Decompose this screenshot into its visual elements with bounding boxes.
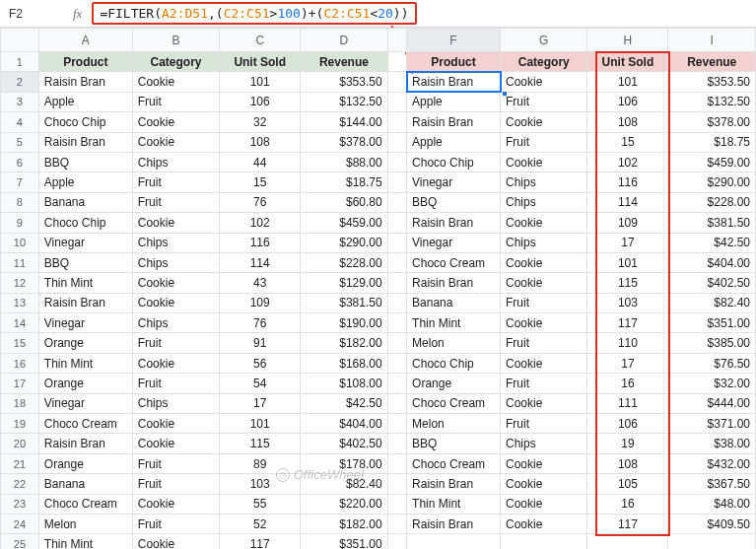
row-header-23[interactable]: 23: [1, 494, 39, 514]
row-header-14[interactable]: 14: [1, 313, 39, 333]
row-header-16[interactable]: 16: [1, 353, 39, 373]
cell[interactable]: 114: [220, 252, 301, 272]
cell[interactable]: Chips: [132, 233, 219, 252]
cell[interactable]: Raisin Bran: [407, 514, 501, 533]
cell[interactable]: 102: [220, 213, 301, 233]
cell[interactable]: Raisin Bran: [407, 213, 501, 233]
cell[interactable]: $38.00: [668, 434, 756, 453]
cell[interactable]: $378.00: [668, 112, 756, 132]
cell[interactable]: Fruit: [132, 453, 219, 473]
cell[interactable]: Fruit: [132, 92, 219, 111]
cell-gap[interactable]: [387, 213, 406, 233]
cell-gap[interactable]: [387, 293, 406, 312]
header-right-0[interactable]: Product: [407, 52, 501, 72]
header-main-2[interactable]: Unit Sold: [220, 52, 301, 72]
cell-gap[interactable]: [387, 453, 406, 473]
cell[interactable]: Thin Mint: [38, 273, 132, 293]
cell[interactable]: 110: [587, 333, 668, 353]
cell[interactable]: Fruit: [132, 192, 219, 212]
cell[interactable]: 117: [220, 534, 301, 549]
cell[interactable]: $144.00: [301, 112, 387, 132]
cell[interactable]: 106: [220, 92, 301, 111]
cell[interactable]: 16: [587, 494, 668, 514]
cell[interactable]: Choco Cream: [407, 393, 501, 413]
cell[interactable]: $459.00: [301, 213, 387, 233]
cell[interactable]: BBQ: [38, 252, 132, 272]
cell[interactable]: Choco Chip: [407, 353, 501, 373]
cell[interactable]: $402.50: [668, 273, 756, 293]
cell[interactable]: $378.00: [301, 132, 387, 152]
cell[interactable]: 91: [220, 333, 301, 353]
cell[interactable]: Cookie: [501, 152, 587, 172]
col-header-A[interactable]: A: [38, 29, 132, 52]
row-header-18[interactable]: 18: [1, 393, 39, 413]
cell[interactable]: Raisin Bran: [407, 112, 501, 132]
cell[interactable]: Cookie: [501, 252, 587, 272]
cell-gap[interactable]: [387, 534, 406, 549]
formula-input[interactable]: =FILTER(A2:D51,(C2:C51>100)+(C2:C51<20)): [92, 2, 416, 25]
cell[interactable]: Cookie: [132, 213, 219, 233]
cell[interactable]: Cookie: [501, 393, 587, 413]
cell[interactable]: Apple: [407, 92, 501, 111]
row-header-1[interactable]: 1: [1, 52, 39, 72]
cell[interactable]: $168.00: [301, 353, 387, 373]
col-header-C[interactable]: C: [220, 29, 301, 52]
cell[interactable]: BBQ: [407, 192, 501, 212]
cell[interactable]: Cookie: [132, 494, 219, 514]
cell-gap[interactable]: [387, 132, 406, 152]
cell[interactable]: $60.80: [301, 192, 387, 212]
cell[interactable]: $42.50: [301, 393, 387, 413]
cell[interactable]: 56: [220, 353, 301, 373]
cell[interactable]: Chips: [501, 434, 587, 453]
cell[interactable]: 109: [220, 293, 301, 312]
cell[interactable]: 19: [587, 434, 668, 453]
cell[interactable]: Apple: [407, 132, 501, 152]
cell[interactable]: $402.50: [301, 434, 387, 453]
cell[interactable]: 103: [587, 293, 668, 312]
cell[interactable]: Thin Mint: [407, 313, 501, 333]
cell[interactable]: Apple: [38, 92, 132, 111]
cell[interactable]: 106: [587, 92, 668, 111]
cell[interactable]: Vinegar: [38, 393, 132, 413]
cell[interactable]: $353.50: [301, 72, 387, 92]
cell[interactable]: $459.00: [668, 152, 756, 172]
cell[interactable]: 32: [220, 112, 301, 132]
row-header-8[interactable]: 8: [1, 192, 39, 212]
cell-gap[interactable]: [387, 374, 406, 393]
row-header-21[interactable]: 21: [1, 453, 39, 473]
cell[interactable]: $371.00: [668, 414, 756, 434]
cell[interactable]: Fruit: [132, 333, 219, 353]
cell[interactable]: $88.00: [301, 152, 387, 172]
cell-gap[interactable]: [387, 92, 406, 111]
row-header-9[interactable]: 9: [1, 213, 39, 233]
cell[interactable]: 115: [220, 434, 301, 453]
cell-gap[interactable]: [387, 514, 406, 533]
cell[interactable]: Melon: [407, 333, 501, 353]
cell-gap[interactable]: [387, 434, 406, 453]
cell[interactable]: 116: [587, 172, 668, 192]
cell[interactable]: $18.75: [301, 172, 387, 192]
cell[interactable]: Banana: [38, 192, 132, 212]
cell[interactable]: BBQ: [407, 434, 501, 453]
cell-gap[interactable]: [387, 353, 406, 373]
cell[interactable]: $32.00: [668, 374, 756, 393]
cell[interactable]: Chips: [132, 393, 219, 413]
cell[interactable]: $82.40: [668, 293, 756, 312]
cell[interactable]: 17: [220, 393, 301, 413]
cell[interactable]: $228.00: [668, 192, 756, 212]
cell[interactable]: 111: [587, 393, 668, 413]
cell[interactable]: 102: [587, 152, 668, 172]
row-header-12[interactable]: 12: [1, 273, 39, 293]
cell[interactable]: Cookie: [132, 434, 219, 453]
col-header-F[interactable]: F: [407, 29, 501, 52]
cell[interactable]: $108.00: [301, 374, 387, 393]
cell-gap[interactable]: [387, 393, 406, 413]
cell[interactable]: BBQ: [38, 152, 132, 172]
cell[interactable]: Chips: [501, 233, 587, 252]
cell[interactable]: Cookie: [501, 112, 587, 132]
cell[interactable]: 15: [220, 172, 301, 192]
cell[interactable]: Fruit: [132, 514, 219, 533]
cell[interactable]: 108: [587, 453, 668, 473]
cell[interactable]: 44: [220, 152, 301, 172]
cell[interactable]: $76.50: [668, 353, 756, 373]
